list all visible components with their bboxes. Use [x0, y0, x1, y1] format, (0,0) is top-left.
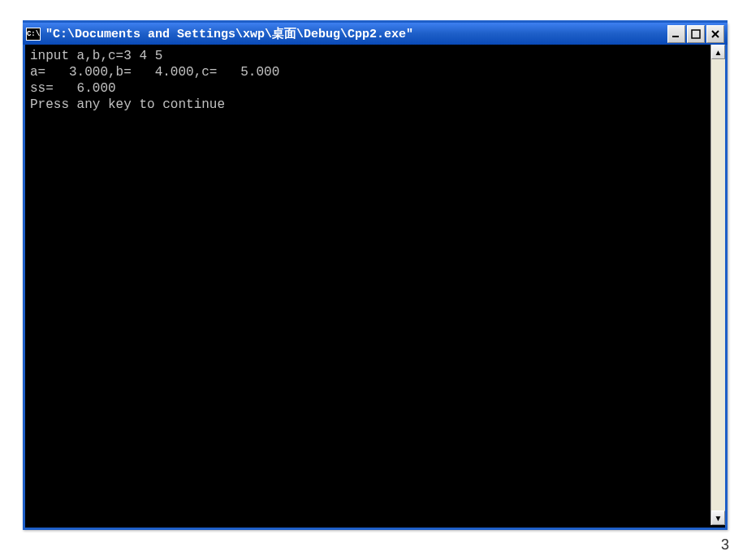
svg-rect-1: [692, 30, 700, 38]
window-controls: [667, 25, 724, 43]
console-area: input a,b,c=3 4 5 a= 3.000,b= 4.000,c= 5…: [25, 45, 725, 525]
close-button[interactable]: [706, 25, 724, 43]
console-line: ss= 6.000: [30, 81, 116, 96]
vertical-scrollbar[interactable]: ▲ ▼: [710, 45, 725, 525]
app-icon: C:\: [26, 28, 41, 41]
titlebar[interactable]: C:\ "C:\Documents and Settings\xwp\桌面\De…: [23, 20, 728, 45]
console-line: input a,b,c=3 4 5: [30, 49, 162, 63]
page-number: 3: [721, 536, 729, 554]
scroll-up-button[interactable]: ▲: [711, 45, 725, 59]
maximize-button[interactable]: [687, 25, 705, 43]
svg-rect-0: [672, 36, 679, 37]
console-line: a= 3.000,b= 4.000,c= 5.000: [30, 65, 279, 80]
console-line: Press any key to continue: [30, 97, 225, 112]
console-window: C:\ "C:\Documents and Settings\xwp\桌面\De…: [23, 23, 728, 530]
minimize-button[interactable]: [667, 25, 685, 43]
window-title: "C:\Documents and Settings\xwp\桌面\Debug\…: [45, 26, 667, 41]
scroll-down-button[interactable]: ▼: [711, 510, 725, 525]
scroll-track[interactable]: [711, 59, 725, 510]
console-output[interactable]: input a,b,c=3 4 5 a= 3.000,b= 4.000,c= 5…: [25, 45, 710, 525]
